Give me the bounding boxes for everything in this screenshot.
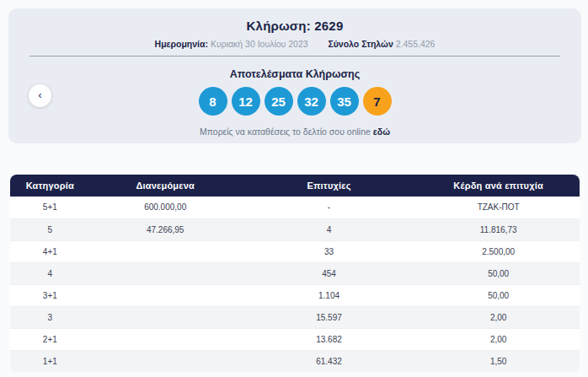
column-header: Επιτυχίες [241,175,418,197]
table-cell: ΤΖΑΚ-ΠΟΤ [417,197,580,218]
number-ball: 25 [265,87,293,116]
caption-text: Μπορείς να καταθέσεις το δελτίο σου onli… [200,127,371,137]
table-row: 1+161.4321,50 [10,350,580,372]
date-value: Κυριακή 30 Ιουλίου 2023 [211,39,308,49]
number-ball: 35 [330,87,359,116]
draw-meta: Ημερομηνία: Κυριακή 30 Ιουλίου 2023 Σύνο… [8,39,581,49]
table-cell [90,262,241,284]
table-row: 547.266,95411.816,73 [10,218,580,240]
table-row: 4+1332.500,00 [10,240,580,262]
table-cell: 13.682 [241,328,418,350]
column-header: Διανεμόμενα [90,175,241,197]
table-cell [90,328,241,350]
results-table: ΚατηγορίαΔιανεμόμεναΕπιτυχίεςΚέρδη ανά ε… [10,175,580,372]
table-row: 445450,00 [10,262,580,284]
results-heading: Αποτελέσματα Κλήρωσης [8,68,581,80]
table-body: 5+1600.000,00-ΤΖΑΚ-ΠΟΤ547.266,95411.816,… [10,197,580,372]
table-cell: 4+1 [10,240,90,262]
divider [29,56,560,57]
table-cell: 47.266,95 [90,218,241,240]
table-cell: 5 [10,218,90,240]
table-cell: 4 [10,262,90,284]
total-columns-label: Σύνολο Στηλών [328,39,393,49]
draw-title: Κλήρωση: 2629 [8,19,581,33]
table-cell: 2,00 [417,328,580,350]
number-ball: 8 [199,87,227,116]
table-cell: 15.597 [241,306,418,328]
previous-draw-button[interactable]: ‹ [29,84,51,107]
total-columns-value: 2.455.426 [396,39,436,49]
table-cell: 3 [10,306,90,328]
table-cell: 5+1 [10,197,90,218]
table-cell: 61.432 [241,350,418,372]
table-row: 5+1600.000,00-ΤΖΑΚ-ΠΟΤ [10,197,580,218]
table-cell: 50,00 [417,262,580,284]
table-cell: 1+1 [10,350,90,372]
table-row: 315.5972,00 [10,306,580,328]
table-cell [90,306,241,328]
table-cell: 2,00 [417,306,580,328]
table-cell: 1,50 [417,350,580,372]
draw-card: ‹ Κλήρωση: 2629 Ημερομηνία: Κυριακή 30 Ι… [8,8,581,143]
table-cell: 50,00 [417,284,580,306]
table-cell: 3+1 [10,284,90,306]
table-cell: 1.104 [241,284,418,306]
date-label: Ημερομηνία: [155,39,208,49]
table-cell: 2+1 [10,328,90,350]
draw-title-label: Κλήρωση: [247,19,311,33]
number-ball: 32 [297,87,326,116]
table-cell: 11.816,73 [417,218,580,240]
table-cell [90,350,241,372]
bonus-number-ball: 7 [363,87,392,116]
table-cell: 4 [241,218,418,240]
table-cell: 454 [241,262,418,284]
column-header: Κατηγορία [10,175,90,197]
table-cell [90,240,241,262]
table-cell [90,284,241,306]
online-slip-caption: Μπορείς να καταθέσεις το δελτίο σου onli… [8,127,581,137]
column-header: Κέρδη ανά επιτυχία [417,175,580,197]
table-row: 2+113.6822,00 [10,328,580,350]
draw-number: 2629 [314,19,343,33]
number-ball: 12 [232,87,260,116]
table-cell: 2.500,00 [417,240,580,262]
winning-numbers: 8122532357 [8,87,581,116]
table-cell: 600.000,00 [90,197,241,218]
table-row: 3+11.10450,00 [10,284,580,306]
chevron-left-icon: ‹ [39,89,42,101]
table-cell: - [241,197,418,218]
table-header-row: ΚατηγορίαΔιανεμόμεναΕπιτυχίεςΚέρδη ανά ε… [10,175,580,197]
table-cell: 33 [241,240,418,262]
online-slip-link[interactable]: εδώ [373,127,390,137]
